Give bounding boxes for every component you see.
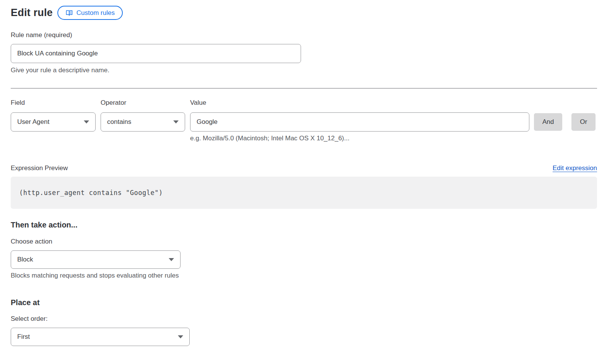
action-section: Then take action... Choose action Block …: [11, 221, 599, 280]
choose-action-label: Choose action: [11, 238, 599, 245]
custom-rules-docs-button[interactable]: Custom rules: [57, 6, 123, 20]
chevron-down-icon: [169, 258, 174, 261]
expression-preview-box: (http.user_agent contains "Google"): [11, 177, 597, 209]
chevron-down-icon: [84, 120, 89, 123]
rule-name-input[interactable]: [11, 44, 301, 63]
and-button[interactable]: And: [534, 113, 562, 131]
operator-select-value: contains: [107, 118, 131, 126]
value-helper: e.g. Mozilla/5.0 (Macintosh; Intel Mac O…: [190, 135, 599, 142]
order-select-value: First: [17, 333, 30, 341]
expression-code: (http.user_agent contains "Google"): [19, 189, 163, 197]
rule-name-section: Rule name (required) Give your rule a de…: [11, 31, 599, 74]
builder-labels-row: Field Operator Value: [11, 99, 599, 107]
select-order-label: Select order:: [11, 315, 599, 323]
page-title: Edit rule: [11, 7, 53, 19]
place-at-heading: Place at: [11, 298, 599, 307]
page-header: Edit rule Custom rules: [11, 6, 599, 20]
operator-label: Operator: [101, 99, 190, 107]
placement-section: Place at Select order: First: [11, 298, 599, 346]
custom-rules-docs-label: Custom rules: [76, 9, 115, 17]
order-select[interactable]: First: [11, 328, 190, 346]
rule-name-helper: Give your rule a descriptive name.: [11, 67, 599, 74]
or-button[interactable]: Or: [571, 113, 596, 131]
field-select[interactable]: User Agent: [11, 112, 96, 132]
edit-rule-page: Edit rule Custom rules Rule name (requir…: [0, 0, 607, 361]
value-label: Value: [190, 99, 206, 107]
action-helper: Blocks matching requests and stops evalu…: [11, 272, 599, 280]
field-select-value: User Agent: [17, 118, 49, 126]
field-label: Field: [11, 99, 101, 107]
rule-name-label: Rule name (required): [11, 31, 599, 39]
builder-controls-row: User Agent contains And Or: [11, 112, 599, 132]
value-input[interactable]: [190, 112, 529, 132]
expression-preview-label: Expression Preview: [11, 164, 68, 172]
action-select[interactable]: Block: [11, 250, 181, 269]
section-divider: [11, 88, 597, 89]
edit-expression-link[interactable]: Edit expression: [553, 164, 597, 172]
chevron-down-icon: [178, 335, 183, 338]
action-select-value: Block: [17, 256, 33, 263]
open-book-icon: [65, 9, 73, 17]
expression-preview-section: Expression Preview Edit expression (http…: [11, 164, 599, 209]
action-heading: Then take action...: [11, 221, 599, 229]
chevron-down-icon: [173, 120, 179, 123]
operator-select[interactable]: contains: [101, 112, 185, 132]
expression-preview-header: Expression Preview Edit expression: [11, 164, 597, 172]
expression-builder-section: Field Operator Value User Agent contains…: [11, 99, 599, 142]
